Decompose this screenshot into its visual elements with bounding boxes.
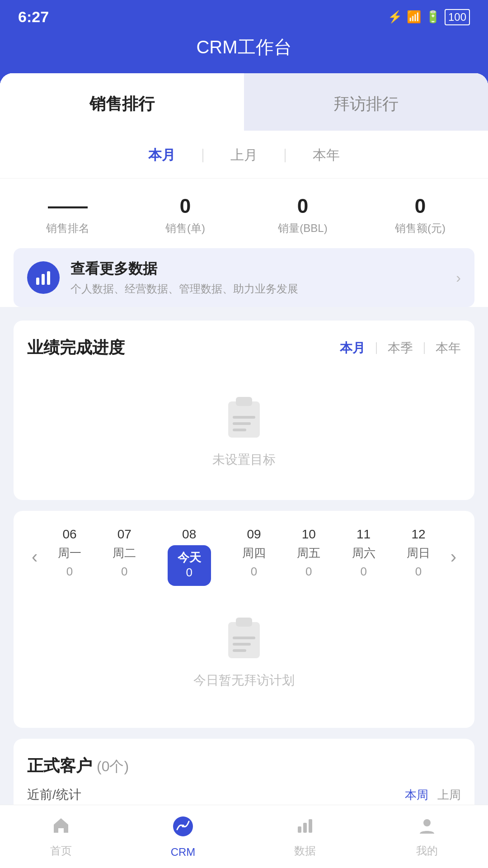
nav-home-label: 首页 bbox=[50, 844, 72, 858]
calendar-card: ‹ 06 周一 0 07 周二 0 08 今天 bbox=[14, 511, 474, 728]
wifi-icon: 🔋 bbox=[426, 10, 440, 24]
nav-data-label: 数据 bbox=[294, 844, 316, 858]
filter-this-year[interactable]: 本年 bbox=[436, 340, 461, 357]
cal-day-tue: 07 周二 0 bbox=[113, 527, 136, 586]
svg-rect-8 bbox=[228, 622, 260, 658]
calendar-week: ‹ 06 周一 0 07 周二 0 08 今天 bbox=[27, 527, 461, 586]
cal-day-fri: 10 周五 0 bbox=[297, 527, 320, 586]
stat-rank: —— 销售排名 bbox=[9, 195, 127, 236]
filter-this-month[interactable]: 本月 bbox=[340, 340, 365, 357]
svg-rect-11 bbox=[233, 643, 251, 646]
customers-title: 正式客户 bbox=[27, 755, 92, 777]
data-promo-title: 查看更多数据 bbox=[70, 259, 456, 279]
status-bar: 6:27 ⚡ 📶 🔋 100 bbox=[0, 0, 488, 30]
nav-data[interactable]: 数据 bbox=[244, 816, 366, 858]
cal-day-thu: 09 周四 0 bbox=[242, 527, 266, 586]
today-cell: 今天 0 bbox=[168, 545, 211, 586]
performance-empty-text: 未设置目标 bbox=[212, 451, 276, 468]
nav-profile-label: 我的 bbox=[416, 844, 438, 858]
home-icon bbox=[51, 816, 71, 840]
svg-rect-3 bbox=[228, 401, 260, 438]
divider bbox=[424, 342, 425, 354]
svg-rect-16 bbox=[303, 823, 307, 833]
svg-rect-7 bbox=[233, 429, 246, 431]
cal-day-sun: 12 周日 0 bbox=[407, 527, 430, 586]
data-promo-text: 查看更多数据 个人数据、经营数据、管理数据、助力业务发展 bbox=[70, 259, 456, 296]
svg-rect-17 bbox=[309, 819, 312, 833]
customers-filter: 本周 上周 bbox=[405, 787, 461, 803]
calendar-prev[interactable]: ‹ bbox=[27, 547, 42, 567]
performance-filter: 本月 本季 本年 bbox=[340, 340, 461, 357]
calendar-next[interactable]: › bbox=[446, 547, 461, 567]
calendar-empty-text: 今日暂无拜访计划 bbox=[193, 672, 295, 689]
svg-rect-12 bbox=[233, 649, 246, 652]
customers-count: (0个) bbox=[97, 757, 129, 777]
data-icon bbox=[295, 816, 315, 840]
svg-rect-10 bbox=[233, 637, 255, 639]
period-last-month[interactable]: 上月 bbox=[203, 142, 285, 169]
customers-sub-label: 近前/统计 bbox=[27, 786, 81, 803]
bluetooth-icon: ⚡ bbox=[388, 10, 402, 24]
battery-level: 100 bbox=[445, 9, 470, 25]
stat-amount: 0 销售额(元) bbox=[361, 195, 479, 236]
svg-rect-4 bbox=[236, 397, 252, 406]
svg-point-14 bbox=[182, 825, 184, 827]
main-content: 销售排行 拜访排行 本月 上月 本年 —— 销售排名 0 销售(单) 0 销量(… bbox=[0, 73, 488, 868]
filter-last-week[interactable]: 上周 bbox=[437, 787, 461, 803]
svg-rect-15 bbox=[298, 826, 301, 833]
nav-crm-label: CRM bbox=[171, 846, 196, 859]
nav-crm[interactable]: CRM bbox=[122, 815, 244, 859]
svg-rect-2 bbox=[47, 271, 50, 285]
cal-day-today[interactable]: 08 今天 0 bbox=[168, 527, 211, 586]
filter-this-quarter[interactable]: 本季 bbox=[388, 340, 413, 357]
nav-home[interactable]: 首页 bbox=[0, 816, 122, 858]
signal-icon: 📶 bbox=[407, 10, 421, 24]
status-time: 6:27 bbox=[18, 8, 49, 26]
chart-icon bbox=[27, 261, 60, 294]
stat-volume: 0 销量(BBL) bbox=[244, 195, 361, 236]
bottom-nav: 首页 CRM 数据 我的 bbox=[0, 805, 488, 868]
ranking-tabs: 销售排行 拜访排行 bbox=[0, 73, 488, 131]
svg-rect-9 bbox=[236, 618, 252, 627]
status-icons: ⚡ 📶 🔋 100 bbox=[388, 9, 470, 25]
svg-rect-5 bbox=[233, 416, 255, 419]
cal-day-mon: 06 周一 0 bbox=[58, 527, 81, 586]
tab-sales-ranking[interactable]: 销售排行 bbox=[0, 73, 244, 131]
nav-profile[interactable]: 我的 bbox=[366, 816, 488, 858]
performance-header: 业绩完成进度 本月 本季 本年 bbox=[14, 321, 474, 370]
filter-this-week[interactable]: 本周 bbox=[405, 787, 428, 803]
crm-icon bbox=[172, 815, 194, 842]
period-this-month[interactable]: 本月 bbox=[121, 142, 202, 169]
tab-visit-ranking[interactable]: 拜访排行 bbox=[244, 73, 488, 131]
stats-row: —— 销售排名 0 销售(单) 0 销量(BBL) 0 销售额(元) bbox=[0, 179, 488, 248]
svg-rect-6 bbox=[233, 422, 251, 425]
ranking-card: 销售排行 拜访排行 本月 上月 本年 —— 销售排名 0 销售(单) 0 销量(… bbox=[0, 73, 488, 307]
period-this-year[interactable]: 本年 bbox=[286, 142, 367, 169]
svg-point-18 bbox=[423, 819, 431, 826]
performance-card: 业绩完成进度 本月 本季 本年 未设置目标 bbox=[14, 321, 474, 500]
calendar-dates: 06 周一 0 07 周二 0 08 今天 0 bbox=[42, 527, 446, 586]
profile-icon bbox=[417, 816, 437, 840]
performance-title: 业绩完成进度 bbox=[27, 337, 125, 359]
stat-sales-count: 0 销售(单) bbox=[127, 195, 244, 236]
cal-day-sat: 11 周六 0 bbox=[352, 527, 375, 586]
svg-rect-0 bbox=[36, 278, 39, 285]
calendar-empty: 今日暂无拜访计划 bbox=[27, 590, 461, 712]
chevron-right-icon: › bbox=[456, 269, 461, 286]
divider bbox=[376, 342, 377, 354]
period-filter: 本月 上月 本年 bbox=[0, 131, 488, 179]
page-title: CRM工作台 bbox=[0, 30, 488, 73]
data-promo-banner[interactable]: 查看更多数据 个人数据、经营数据、管理数据、助力业务发展 › bbox=[14, 248, 474, 307]
data-promo-subtitle: 个人数据、经营数据、管理数据、助力业务发展 bbox=[70, 282, 456, 296]
svg-rect-1 bbox=[42, 274, 45, 285]
performance-empty: 未设置目标 bbox=[14, 370, 474, 491]
